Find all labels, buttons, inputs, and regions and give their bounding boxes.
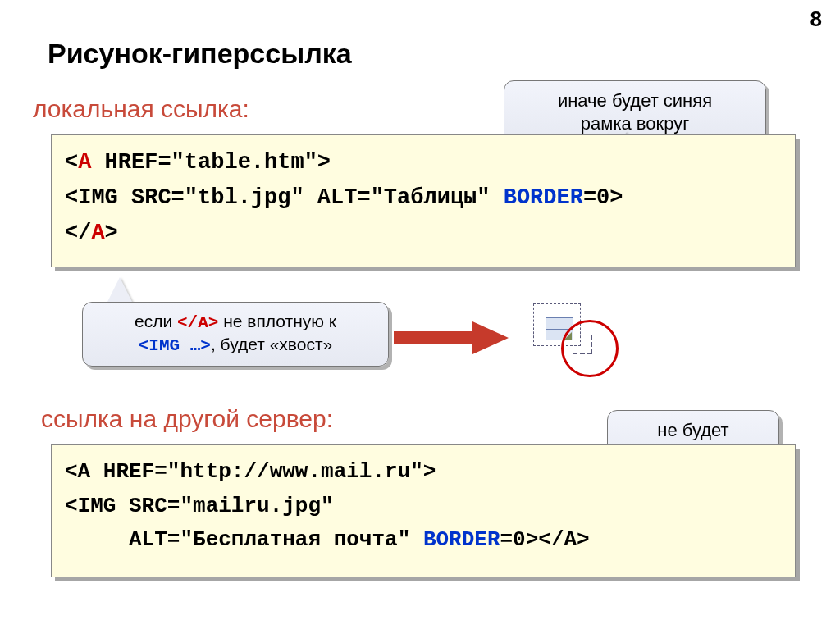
highlight-circle-icon bbox=[561, 320, 619, 377]
code-line: <A HREF="http://www.mail.ru"> bbox=[65, 455, 782, 490]
code-line: <IMG SRC="mailru.jpg" bbox=[65, 490, 782, 524]
section2-label: ссылка на другой сервер: bbox=[41, 405, 333, 433]
code-tag: A bbox=[78, 150, 91, 175]
callout-line: не будет bbox=[657, 420, 728, 440]
code-text: =0></A> bbox=[500, 527, 590, 552]
callout-text: если bbox=[135, 312, 177, 330]
callout-text: не вплотную к bbox=[218, 312, 336, 330]
code-line: ALT="Бесплатная почта" BORDER=0></A> bbox=[65, 523, 782, 558]
code-text: > bbox=[105, 221, 118, 245]
code-text: ALT="Бесплатная почта" bbox=[65, 527, 423, 552]
code-text: HREF="table.htm"> bbox=[91, 150, 331, 175]
callout-tail-warning: если </A> не вплотную к <IMG …>, будет «… bbox=[82, 302, 389, 367]
callout-tail-icon bbox=[107, 277, 133, 303]
code-line: <A HREF="table.htm"> bbox=[65, 145, 782, 180]
code-inline: <IMG …> bbox=[139, 336, 211, 355]
code-line: </A> bbox=[65, 216, 782, 251]
arrow-right-icon bbox=[394, 321, 509, 354]
code-line: <IMG SRC="tbl.jpg" ALT="Таблицы" BORDER=… bbox=[65, 180, 782, 216]
svg-marker-1 bbox=[472, 321, 509, 354]
callout-line: рамка вокруг bbox=[581, 113, 689, 134]
code-text: =0> bbox=[583, 185, 623, 210]
code-attr: BORDER bbox=[423, 527, 500, 552]
page-title: Рисунок-гиперссылка bbox=[48, 38, 352, 70]
code-attr: BORDER bbox=[504, 185, 583, 210]
tail-diagram bbox=[525, 294, 640, 376]
svg-rect-0 bbox=[394, 331, 472, 344]
code-block-local-link: <A HREF="table.htm"> <IMG SRC="tbl.jpg" … bbox=[51, 134, 796, 267]
callout-text: , будет «хвост» bbox=[211, 335, 332, 353]
code-text: < bbox=[65, 150, 78, 175]
code-text: <IMG SRC="tbl.jpg" ALT="Таблицы" bbox=[65, 185, 504, 210]
code-tag: A bbox=[91, 221, 104, 245]
page-number: 8 bbox=[810, 7, 822, 32]
callout-line: иначе будет синяя bbox=[558, 90, 712, 111]
code-inline: </A> bbox=[177, 313, 218, 332]
code-text: </ bbox=[65, 221, 91, 245]
section1-label: локальная ссылка: bbox=[33, 95, 249, 123]
code-block-external-link: <A HREF="http://www.mail.ru"> <IMG SRC="… bbox=[51, 444, 796, 577]
